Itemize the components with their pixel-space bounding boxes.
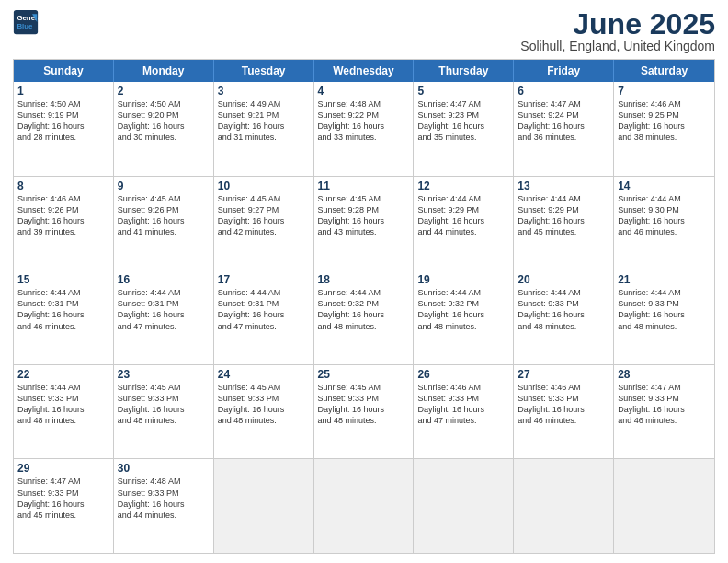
cell-22: 22Sunrise: 4:44 AMSunset: 9:33 PMDayligh… [14, 365, 114, 459]
cell-24: 24Sunrise: 4:45 AMSunset: 9:33 PMDayligh… [214, 365, 314, 459]
cell-15: 15Sunrise: 4:44 AMSunset: 9:31 PMDayligh… [14, 270, 114, 364]
page-header: General Blue June 2025 Solihull, England… [13, 9, 715, 53]
cell-12: 12Sunrise: 4:44 AMSunset: 9:29 PMDayligh… [414, 177, 514, 270]
header-tuesday: Tuesday [214, 60, 314, 82]
cell-2: 2Sunrise: 4:50 AMSunset: 9:20 PMDaylight… [114, 82, 214, 176]
cell-26: 26Sunrise: 4:46 AMSunset: 9:33 PMDayligh… [414, 365, 514, 459]
calendar-header: Sunday Monday Tuesday Wednesday Thursday… [14, 60, 714, 82]
cell-9: 9Sunrise: 4:45 AMSunset: 9:26 PMDaylight… [114, 177, 214, 270]
header-wednesday: Wednesday [314, 60, 415, 82]
cal-row-3: 22Sunrise: 4:44 AMSunset: 9:33 PMDayligh… [14, 365, 714, 460]
cal-row-1: 8Sunrise: 4:46 AMSunset: 9:26 PMDaylight… [14, 177, 714, 271]
logo: General Blue [13, 9, 39, 35]
cell-19: 19Sunrise: 4:44 AMSunset: 9:32 PMDayligh… [414, 270, 514, 364]
cell-17: 17Sunrise: 4:44 AMSunset: 9:31 PMDayligh… [214, 270, 314, 364]
cell-1: 1Sunrise: 4:50 AMSunset: 9:19 PMDaylight… [14, 82, 114, 176]
cell-28: 28Sunrise: 4:47 AMSunset: 9:33 PMDayligh… [614, 365, 714, 459]
calendar-body: 1Sunrise: 4:50 AMSunset: 9:19 PMDaylight… [14, 82, 714, 553]
cell-14: 14Sunrise: 4:44 AMSunset: 9:30 PMDayligh… [614, 177, 714, 270]
cell-5: 5Sunrise: 4:47 AMSunset: 9:23 PMDaylight… [414, 82, 514, 176]
cell-18: 18Sunrise: 4:44 AMSunset: 9:32 PMDayligh… [314, 270, 415, 364]
calendar-grid: Sunday Monday Tuesday Wednesday Thursday… [13, 59, 715, 554]
cell-4: 4Sunrise: 4:48 AMSunset: 9:22 PMDaylight… [314, 82, 415, 176]
cell-25: 25Sunrise: 4:45 AMSunset: 9:33 PMDayligh… [314, 365, 415, 459]
cell-empty-4-5 [514, 459, 614, 553]
cal-row-0: 1Sunrise: 4:50 AMSunset: 9:19 PMDaylight… [14, 82, 714, 177]
location-subtitle: Solihull, England, United Kingdom [520, 39, 715, 53]
cell-8: 8Sunrise: 4:46 AMSunset: 9:26 PMDaylight… [14, 177, 114, 270]
month-title: June 2025 [520, 9, 715, 39]
cell-23: 23Sunrise: 4:45 AMSunset: 9:33 PMDayligh… [114, 365, 214, 459]
cell-16: 16Sunrise: 4:44 AMSunset: 9:31 PMDayligh… [114, 270, 214, 364]
header-thursday: Thursday [414, 60, 514, 82]
cell-20: 20Sunrise: 4:44 AMSunset: 9:33 PMDayligh… [514, 270, 614, 364]
cal-row-2: 15Sunrise: 4:44 AMSunset: 9:31 PMDayligh… [14, 270, 714, 365]
cell-13: 13Sunrise: 4:44 AMSunset: 9:29 PMDayligh… [514, 177, 614, 270]
cell-21: 21Sunrise: 4:44 AMSunset: 9:33 PMDayligh… [614, 270, 714, 364]
header-saturday: Saturday [614, 60, 714, 82]
cell-6: 6Sunrise: 4:47 AMSunset: 9:24 PMDaylight… [514, 82, 614, 176]
calendar-page: General Blue June 2025 Solihull, England… [0, 0, 728, 563]
title-section: June 2025 Solihull, England, United King… [520, 9, 715, 53]
cell-10: 10Sunrise: 4:45 AMSunset: 9:27 PMDayligh… [214, 177, 314, 270]
cell-empty-4-3 [314, 459, 415, 553]
logo-icon: General Blue [13, 9, 39, 35]
cell-empty-4-4 [414, 459, 514, 553]
header-friday: Friday [514, 60, 614, 82]
cell-7: 7Sunrise: 4:46 AMSunset: 9:25 PMDaylight… [614, 82, 714, 176]
header-monday: Monday [114, 60, 214, 82]
cell-empty-4-6 [614, 459, 714, 553]
cell-3: 3Sunrise: 4:49 AMSunset: 9:21 PMDaylight… [214, 82, 314, 176]
cell-empty-4-2 [214, 459, 314, 553]
cal-row-4: 29Sunrise: 4:47 AMSunset: 9:33 PMDayligh… [14, 459, 714, 553]
cell-29: 29Sunrise: 4:47 AMSunset: 9:33 PMDayligh… [14, 459, 114, 553]
cell-30: 30Sunrise: 4:48 AMSunset: 9:33 PMDayligh… [114, 459, 214, 553]
svg-text:Blue: Blue [17, 22, 33, 30]
cell-27: 27Sunrise: 4:46 AMSunset: 9:33 PMDayligh… [514, 365, 614, 459]
header-sunday: Sunday [14, 60, 114, 82]
cell-11: 11Sunrise: 4:45 AMSunset: 9:28 PMDayligh… [314, 177, 415, 270]
